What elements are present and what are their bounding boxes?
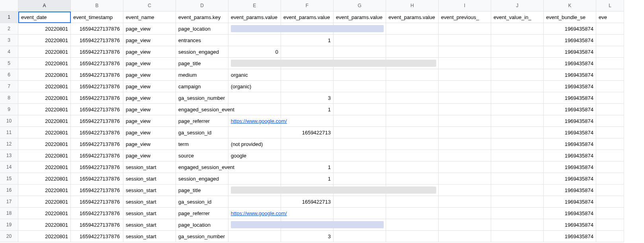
link[interactable]: https://www.google.com/ [231, 210, 287, 216]
cell-G12[interactable] [334, 138, 386, 150]
cell-C10[interactable]: page_view [123, 115, 176, 127]
cell-C11[interactable]: page_view [123, 127, 176, 138]
cell-H11[interactable] [386, 127, 439, 138]
cell-G4[interactable] [334, 46, 386, 58]
cell-L1[interactable]: eve [596, 12, 624, 23]
cell-H7[interactable] [386, 81, 439, 92]
cell-K14[interactable]: 1969435874 [544, 161, 596, 173]
cell-A4[interactable]: 20220801 [18, 46, 71, 58]
cell-D3[interactable]: entrances [176, 35, 228, 46]
cell-G13[interactable] [334, 150, 386, 161]
cell-H10[interactable] [386, 115, 439, 127]
cell-H17[interactable] [386, 196, 439, 208]
cell-E15[interactable] [228, 173, 281, 185]
cell-E14[interactable] [228, 161, 281, 173]
cell-C3[interactable]: page_view [123, 35, 176, 46]
cell-K18[interactable]: 1969435874 [544, 208, 596, 219]
cell-B9[interactable]: 16594227137876 [71, 104, 123, 115]
cell-A6[interactable]: 20220801 [18, 69, 71, 81]
cell-G10[interactable] [334, 115, 386, 127]
cell-B6[interactable]: 16594227137876 [71, 69, 123, 81]
cell-L3[interactable] [596, 35, 624, 46]
cell-E17[interactable] [228, 196, 281, 208]
cell-L19[interactable] [596, 219, 624, 231]
cell-L17[interactable] [596, 196, 624, 208]
cell-G8[interactable] [334, 92, 386, 104]
cell-E1[interactable]: event_params.value [228, 12, 281, 23]
cell-A12[interactable]: 20220801 [18, 138, 71, 150]
cell-A2[interactable]: 20220801 [18, 23, 71, 35]
cell-F17[interactable]: 1659422713 [281, 196, 334, 208]
cell-D11[interactable]: ga_session_id [176, 127, 228, 138]
cell-H8[interactable] [386, 92, 439, 104]
cell-K8[interactable]: 1969435874 [544, 92, 596, 104]
column-header-G[interactable]: G [334, 0, 386, 12]
cell-A10[interactable]: 20220801 [18, 115, 71, 127]
cell-E12[interactable]: (not provided) [228, 138, 281, 150]
cell-E4[interactable]: 0 [228, 46, 281, 58]
cell-I15[interactable] [439, 173, 491, 185]
cell-D7[interactable]: campaign [176, 81, 228, 92]
cell-H3[interactable] [386, 35, 439, 46]
row-header-1[interactable]: 1 [0, 12, 18, 23]
cell-K13[interactable]: 1969435874 [544, 150, 596, 161]
cell-H6[interactable] [386, 69, 439, 81]
column-header-L[interactable]: L [596, 0, 624, 12]
cell-E10[interactable]: https://www.google.com/ [228, 115, 281, 127]
cell-C14[interactable]: session_start [123, 161, 176, 173]
row-header-13[interactable]: 13 [0, 150, 18, 161]
row-header-10[interactable]: 10 [0, 115, 18, 127]
row-header-20[interactable]: 20 [0, 231, 18, 242]
cell-I16[interactable] [439, 185, 491, 196]
cell-F9[interactable]: 1 [281, 104, 334, 115]
cell-A14[interactable]: 20220801 [18, 161, 71, 173]
column-header-A[interactable]: A [18, 0, 71, 12]
cell-L2[interactable] [596, 23, 624, 35]
cell-E2[interactable] [228, 23, 281, 35]
cell-E20[interactable] [228, 231, 281, 242]
row-header-9[interactable]: 9 [0, 104, 18, 115]
cell-B11[interactable]: 16594227137876 [71, 127, 123, 138]
column-header-E[interactable]: E [228, 0, 281, 12]
column-header-J[interactable]: J [491, 0, 544, 12]
cell-L14[interactable] [596, 161, 624, 173]
cell-G11[interactable] [334, 127, 386, 138]
cell-G1[interactable]: event_params.value [334, 12, 386, 23]
cell-K4[interactable]: 1969435874 [544, 46, 596, 58]
cell-D15[interactable]: session_engaged [176, 173, 228, 185]
cell-C19[interactable]: session_start [123, 219, 176, 231]
cell-G18[interactable] [334, 208, 386, 219]
cell-F7[interactable] [281, 81, 334, 92]
cell-H14[interactable] [386, 161, 439, 173]
cell-E3[interactable] [228, 35, 281, 46]
cell-D10[interactable]: page_referrer [176, 115, 228, 127]
cell-E19[interactable] [228, 219, 281, 231]
cell-E5[interactable] [228, 58, 281, 69]
link[interactable]: https://www.google.com/ [231, 118, 287, 124]
spreadsheet-grid[interactable]: ABCDEFGHIJKL1event_dateevent_timestampev… [0, 0, 644, 242]
cell-K3[interactable]: 1969435874 [544, 35, 596, 46]
cell-E11[interactable] [228, 127, 281, 138]
cell-G9[interactable] [334, 104, 386, 115]
cell-I2[interactable] [439, 23, 491, 35]
column-header-F[interactable]: F [281, 0, 334, 12]
cell-F15[interactable]: 1 [281, 173, 334, 185]
cell-K10[interactable]: 1969435874 [544, 115, 596, 127]
cell-A8[interactable]: 20220801 [18, 92, 71, 104]
cell-D12[interactable]: term [176, 138, 228, 150]
row-header-18[interactable]: 18 [0, 208, 18, 219]
cell-K1[interactable]: event_bundle_se [544, 12, 596, 23]
cell-J11[interactable] [491, 127, 544, 138]
cell-L7[interactable] [596, 81, 624, 92]
row-header-5[interactable]: 5 [0, 58, 18, 69]
cell-K2[interactable]: 1969435874 [544, 23, 596, 35]
cell-J1[interactable]: event_value_in_ [491, 12, 544, 23]
select-all-corner[interactable] [0, 0, 18, 12]
cell-C5[interactable]: page_view [123, 58, 176, 69]
cell-I18[interactable] [439, 208, 491, 219]
cell-L6[interactable] [596, 69, 624, 81]
cell-A17[interactable]: 20220801 [18, 196, 71, 208]
cell-B16[interactable]: 16594227137876 [71, 185, 123, 196]
cell-C16[interactable]: session_start [123, 185, 176, 196]
cell-C8[interactable]: page_view [123, 92, 176, 104]
